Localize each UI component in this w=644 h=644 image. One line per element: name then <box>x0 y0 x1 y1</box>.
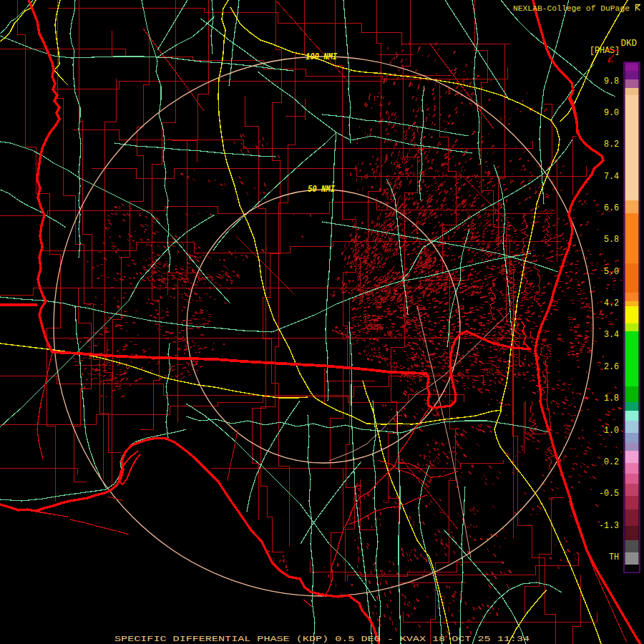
svg-text:-0.5: -0.5 <box>599 488 619 499</box>
svg-text:50 NMI: 50 NMI <box>308 185 336 195</box>
svg-text:2.6: 2.6 <box>604 361 619 372</box>
svg-text:DKD: DKD <box>621 38 638 49</box>
svg-text:5.8: 5.8 <box>604 234 619 245</box>
svg-text:3.4: 3.4 <box>604 329 619 340</box>
svg-text:4.2: 4.2 <box>604 298 619 308</box>
svg-text:8.2: 8.2 <box>604 139 619 150</box>
svg-text:100 NMI: 100 NMI <box>306 52 338 62</box>
svg-text:-1.3: -1.3 <box>599 520 619 531</box>
svg-text:TH: TH <box>609 552 619 562</box>
svg-text:9.0: 9.0 <box>604 107 619 118</box>
svg-text:NEXLAB-College of DuPage: NEXLAB-College of DuPage <box>513 4 630 13</box>
svg-text:5.0: 5.0 <box>604 266 619 277</box>
svg-text:1.0: 1.0 <box>604 425 619 436</box>
svg-text:0.2: 0.2 <box>604 457 619 467</box>
svg-text:6.6: 6.6 <box>604 203 619 213</box>
svg-text:9.8: 9.8 <box>604 76 619 87</box>
svg-text:1.8: 1.8 <box>604 393 619 404</box>
svg-text:SPECIFIC DIFFERENTIAL PHASE (K: SPECIFIC DIFFERENTIAL PHASE (KDP) 0.5 DE… <box>114 634 530 643</box>
svg-text:7.4: 7.4 <box>604 171 619 182</box>
